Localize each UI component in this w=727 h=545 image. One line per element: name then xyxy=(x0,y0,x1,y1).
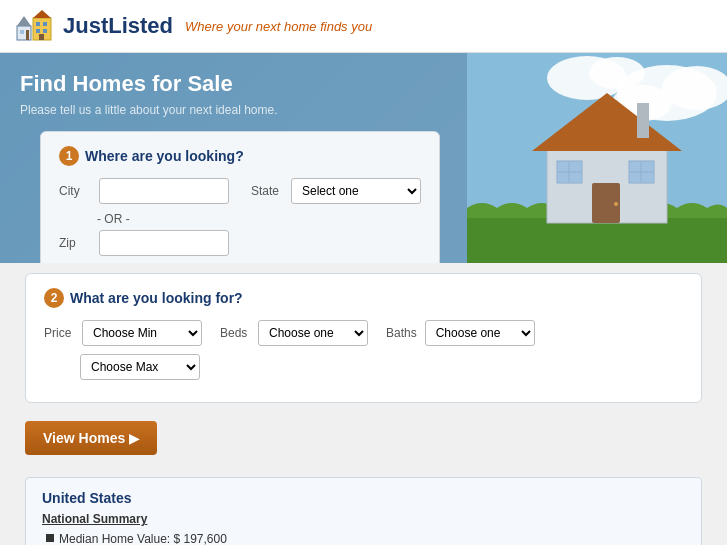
svg-rect-20 xyxy=(637,103,649,138)
logo-icon xyxy=(15,8,55,44)
svg-rect-6 xyxy=(36,22,40,26)
section2-label: What are you looking for? xyxy=(70,290,243,306)
hero-content: Find Homes for Sale Please tell us a lit… xyxy=(0,53,480,263)
price-beds-baths-row: Price Choose Min $50,000$75,000$100,000 … xyxy=(44,320,683,346)
beds-select[interactable]: Choose one 1+2+3+4+5+ xyxy=(258,320,368,346)
location-section: 1 Where are you looking? City State Sele… xyxy=(40,131,440,263)
section1-title: 1 Where are you looking? xyxy=(59,146,421,166)
hero-subtitle: Please tell us a little about your next … xyxy=(20,103,460,117)
arrow-icon: ▶ xyxy=(129,431,139,446)
bullet-icon-1 xyxy=(46,534,54,542)
baths-label: Baths xyxy=(386,326,417,340)
svg-rect-3 xyxy=(26,30,29,40)
svg-marker-5 xyxy=(33,10,51,18)
price-max-select[interactable]: Choose Max $75,000$100,000$150,000 $200,… xyxy=(80,354,200,380)
svg-rect-2 xyxy=(20,30,24,34)
svg-rect-8 xyxy=(36,29,40,33)
header: JustListed Where your next home finds yo… xyxy=(0,0,727,53)
search-criteria-section: 2 What are you looking for? Price Choose… xyxy=(25,273,702,403)
svg-point-22 xyxy=(614,202,618,206)
stats-region: United States xyxy=(42,490,685,506)
main-content: 2 What are you looking for? Price Choose… xyxy=(0,273,727,545)
zip-label: Zip xyxy=(59,236,89,250)
section1-label: Where are you looking? xyxy=(85,148,244,164)
city-label: City xyxy=(59,184,89,198)
tagline: Where your next home finds you xyxy=(185,19,372,34)
stats-list: Median Home Value: $ 197,600 Median Prop… xyxy=(42,532,685,545)
state-label: State xyxy=(251,184,281,198)
price-max-row: Choose Max $75,000$100,000$150,000 $200,… xyxy=(80,354,683,380)
svg-rect-9 xyxy=(43,29,47,33)
zip-input[interactable] xyxy=(99,230,229,256)
beds-label: Beds xyxy=(220,326,250,340)
step2-circle: 2 xyxy=(44,288,64,308)
city-state-row: City State Select one AlabamaAlaskaArizo… xyxy=(59,178,421,204)
stats-item-1-text: Median Home Value: $ 197,600 xyxy=(59,532,227,545)
house-illustration xyxy=(467,53,727,263)
hero-section: Find Homes for Sale Please tell us a lit… xyxy=(0,53,727,263)
svg-point-16 xyxy=(589,57,645,89)
or-separator: - OR - xyxy=(97,212,421,226)
svg-rect-10 xyxy=(39,34,44,40)
price-label: Price xyxy=(44,326,74,340)
step1-circle: 1 xyxy=(59,146,79,166)
logo-text: JustListed xyxy=(63,13,173,39)
view-homes-button[interactable]: View Homes ▶ xyxy=(25,421,157,455)
stats-summary-title: National Summary xyxy=(42,512,685,526)
price-min-select[interactable]: Choose Min $50,000$75,000$100,000 $150,0… xyxy=(82,320,202,346)
zip-row: Zip xyxy=(59,230,421,256)
section2-title: 2 What are you looking for? xyxy=(44,288,683,308)
svg-rect-7 xyxy=(43,22,47,26)
stats-item-1: Median Home Value: $ 197,600 xyxy=(46,532,685,545)
state-select[interactable]: Select one AlabamaAlaskaArizona Californ… xyxy=(291,178,421,204)
stats-section: United States National Summary Median Ho… xyxy=(25,477,702,545)
view-homes-label: View Homes xyxy=(43,430,125,446)
baths-select[interactable]: Choose one 1+2+3+4+ xyxy=(425,320,535,346)
hero-title: Find Homes for Sale xyxy=(20,71,460,97)
svg-marker-1 xyxy=(17,16,31,26)
city-input[interactable] xyxy=(99,178,229,204)
